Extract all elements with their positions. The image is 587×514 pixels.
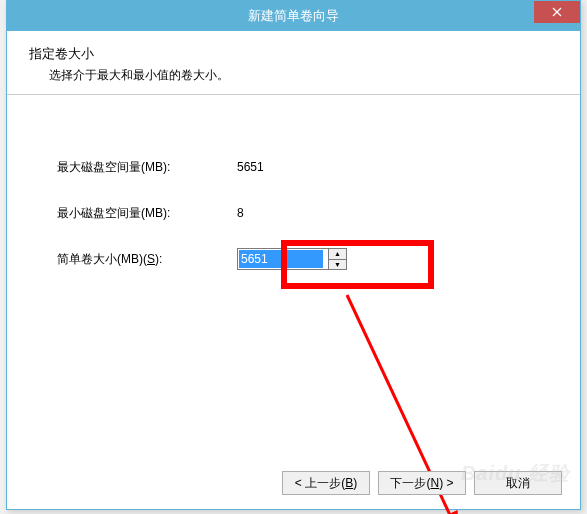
close-icon — [552, 7, 562, 17]
spinner-up-button[interactable]: ▲ — [329, 249, 346, 260]
volume-size-input[interactable]: 5651 — [237, 248, 329, 270]
spinner-buttons: ▲ ▼ — [329, 248, 347, 270]
back-button[interactable]: < 上一步(B) — [282, 471, 370, 495]
cancel-button[interactable]: 取消 — [474, 471, 562, 495]
max-space-value: 5651 — [237, 160, 487, 174]
volume-size-value-cell: 5651 ▲ ▼ — [237, 248, 487, 270]
header-title: 指定卷大小 — [29, 45, 558, 63]
wizard-dialog: 新建简单卷向导 指定卷大小 选择介于最大和最小值的卷大小。 最大磁盘空间量(MB… — [6, 0, 581, 510]
spinner-down-button[interactable]: ▼ — [329, 260, 346, 270]
volume-size-label: 简单卷大小(MB)(S): — [57, 251, 237, 268]
close-button[interactable] — [534, 1, 580, 23]
titlebar: 新建简单卷向导 — [7, 1, 580, 31]
min-space-label: 最小磁盘空间量(MB): — [57, 205, 237, 222]
next-button[interactable]: 下一步(N) > — [378, 471, 466, 495]
titlebar-title: 新建简单卷向导 — [248, 7, 339, 25]
min-space-row: 最小磁盘空间量(MB): 8 — [57, 201, 530, 225]
caret-up-icon: ▲ — [334, 250, 341, 257]
button-bar: < 上一步(B) 下一步(N) > 取消 — [282, 471, 562, 495]
wizard-content: 最大磁盘空间量(MB): 5651 最小磁盘空间量(MB): 8 简单卷大小(M… — [7, 95, 580, 475]
wizard-header: 指定卷大小 选择介于最大和最小值的卷大小。 — [7, 31, 580, 95]
max-space-row: 最大磁盘空间量(MB): 5651 — [57, 155, 530, 179]
volume-size-spinner: 5651 ▲ ▼ — [237, 248, 347, 270]
header-subtitle: 选择介于最大和最小值的卷大小。 — [49, 67, 558, 84]
caret-down-icon: ▼ — [334, 261, 341, 268]
min-space-value: 8 — [237, 206, 487, 220]
volume-size-row: 简单卷大小(MB)(S): 5651 ▲ ▼ — [57, 247, 530, 271]
max-space-label: 最大磁盘空间量(MB): — [57, 159, 237, 176]
